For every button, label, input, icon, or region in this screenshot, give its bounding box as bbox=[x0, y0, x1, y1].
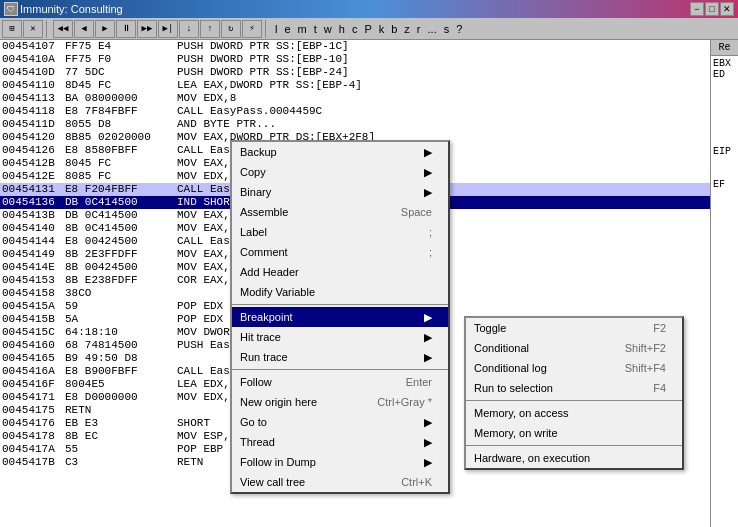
toolbar-letter-l[interactable]: l bbox=[272, 20, 280, 38]
bp-item-shortcut: F4 bbox=[653, 382, 666, 394]
toolbar-letter-z[interactable]: z bbox=[401, 20, 413, 38]
bp-separator bbox=[466, 400, 682, 401]
disasm-row[interactable]: 00454113BA 08000000MOV EDX,8 bbox=[0, 92, 710, 105]
ctx-item-binary[interactable]: Binary▶ bbox=[232, 182, 448, 202]
ctx-item-shortcut: Ctrl+K bbox=[401, 476, 432, 488]
disasm-hex: 8004E5 bbox=[65, 378, 175, 391]
ctx-item-copy[interactable]: Copy▶ bbox=[232, 162, 448, 182]
disasm-address: 00454175 bbox=[0, 404, 65, 417]
ctx-item-breakpoint[interactable]: Breakpoint▶ bbox=[232, 307, 448, 327]
toolbar-btn-8[interactable]: ⚡ bbox=[242, 20, 262, 38]
ctx-item-label: Run trace bbox=[240, 351, 288, 363]
disasm-row[interactable]: 00454107FF75 E4PUSH DWORD PTR SS:[EBP-1C… bbox=[0, 40, 710, 53]
disasm-row[interactable]: 004541108D45 FCLEA EAX,DWORD PTR SS:[EBP… bbox=[0, 79, 710, 92]
toolbar-btn-5[interactable]: ↓ bbox=[179, 20, 199, 38]
bp-separator bbox=[466, 445, 682, 446]
bp-item-bp-toggle[interactable]: ToggleF2 bbox=[466, 318, 682, 338]
toolbar-btn-6[interactable]: ↑ bbox=[200, 20, 220, 38]
disasm-hex: FF75 E4 bbox=[65, 40, 175, 53]
toolbar-letter-h[interactable]: h bbox=[336, 20, 348, 38]
ctx-item-label: Modify Variable bbox=[240, 286, 315, 298]
toolbar: ⊞ ✕ ◀◀ ◀ ▶ ⏸ ▶▶ ▶| ↓ ↑ ↻ ⚡ l e m t w h c… bbox=[0, 18, 738, 40]
disasm-row[interactable]: 0045410D77 5DCPUSH DWORD PTR SS:[EBP-24] bbox=[0, 66, 710, 79]
ctx-item-add-header[interactable]: Add Header bbox=[232, 262, 448, 282]
disasm-instruction: PUSH DWORD PTR SS:[EBP-10] bbox=[175, 53, 710, 66]
toolbar-btn-7[interactable]: ↻ bbox=[221, 20, 241, 38]
toolbar-btn-3[interactable]: ▶▶ bbox=[137, 20, 157, 38]
ctx-item-hit-trace[interactable]: Hit trace▶ bbox=[232, 327, 448, 347]
toolbar-letter-m[interactable]: m bbox=[295, 20, 310, 38]
ctx-item-shortcut: Ctrl+Gray * bbox=[377, 396, 432, 408]
toolbar-letter-r[interactable]: r bbox=[414, 20, 424, 38]
bp-item-label: Run to selection bbox=[474, 382, 553, 394]
ctx-item-shortcut: Enter bbox=[406, 376, 432, 388]
breakpoint-submenu[interactable]: ToggleF2ConditionalShift+F2Conditional l… bbox=[464, 316, 684, 470]
toolbar-btn-back2[interactable]: ◀ bbox=[74, 20, 94, 38]
disasm-row[interactable]: 0045410AFF75 F0PUSH DWORD PTR SS:[EBP-10… bbox=[0, 53, 710, 66]
ctx-item-label: Thread bbox=[240, 436, 275, 448]
disasm-row[interactable]: 00454118E8 7F84FBFFCALL EasyPass.0004459… bbox=[0, 105, 710, 118]
bp-item-label: Memory, on write bbox=[474, 427, 558, 439]
ctx-item-comment[interactable]: Comment; bbox=[232, 242, 448, 262]
disasm-instruction: AND BYTE PTR... bbox=[175, 118, 710, 131]
toolbar-letter-s[interactable]: s bbox=[441, 20, 453, 38]
bp-item-bp-hw-exec[interactable]: Hardware, on execution bbox=[466, 448, 682, 468]
right-panel-label: Re bbox=[711, 40, 738, 56]
disasm-hex: 55 bbox=[65, 443, 175, 456]
disasm-address: 0045411D bbox=[0, 118, 65, 131]
disasm-address: 0045412E bbox=[0, 170, 65, 183]
toolbar-letter-e[interactable]: e bbox=[281, 20, 293, 38]
disasm-address: 0045412B bbox=[0, 157, 65, 170]
ctx-item-follow[interactable]: FollowEnter bbox=[232, 372, 448, 392]
toolbar-letter-t[interactable]: t bbox=[311, 20, 320, 38]
ctx-item-shortcut: ; bbox=[429, 246, 432, 258]
disasm-hex: 5A bbox=[65, 313, 175, 326]
bp-item-bp-mem-write[interactable]: Memory, on write bbox=[466, 423, 682, 443]
close-button[interactable]: ✕ bbox=[720, 2, 734, 16]
disasm-address: 00454120 bbox=[0, 131, 65, 144]
ctx-item-modify-variable[interactable]: Modify Variable bbox=[232, 282, 448, 302]
disasm-address: 00454158 bbox=[0, 287, 65, 300]
toolbar-letter-b[interactable]: b bbox=[388, 20, 400, 38]
ctx-item-assemble[interactable]: AssembleSpace bbox=[232, 202, 448, 222]
ctx-item-shortcut: Space bbox=[401, 206, 432, 218]
bp-item-bp-run-to[interactable]: Run to selectionF4 bbox=[466, 378, 682, 398]
disasm-hex: E8 7F84FBFF bbox=[65, 105, 175, 118]
toolbar-btn-back[interactable]: ◀◀ bbox=[53, 20, 73, 38]
ctx-item-follow-dump[interactable]: Follow in Dump▶ bbox=[232, 452, 448, 472]
ctx-item-label[interactable]: Label; bbox=[232, 222, 448, 242]
toolbar-letter-dots[interactable]: ... bbox=[425, 20, 440, 38]
minimize-button[interactable]: − bbox=[690, 2, 704, 16]
context-menu[interactable]: Backup▶Copy▶Binary▶AssembleSpaceLabel;Co… bbox=[230, 140, 450, 494]
disasm-hex: B9 49:50 D8 bbox=[65, 352, 175, 365]
bp-item-bp-conditional-log[interactable]: Conditional logShift+F4 bbox=[466, 358, 682, 378]
toolbar-letter-w[interactable]: w bbox=[321, 20, 335, 38]
toolbar-letter-k[interactable]: k bbox=[376, 20, 388, 38]
ctx-item-view-call-tree[interactable]: View call treeCtrl+K bbox=[232, 472, 448, 492]
ctx-item-run-trace[interactable]: Run trace▶ bbox=[232, 347, 448, 367]
title-text: Immunity: Consulting bbox=[20, 3, 123, 15]
maximize-button[interactable]: □ bbox=[705, 2, 719, 16]
toolbar-btn-pause[interactable]: ⏸ bbox=[116, 20, 136, 38]
toolbar-letter-help[interactable]: ? bbox=[453, 20, 465, 38]
ctx-item-backup[interactable]: Backup▶ bbox=[232, 142, 448, 162]
ctx-item-new-origin[interactable]: New origin hereCtrl+Gray * bbox=[232, 392, 448, 412]
bp-item-bp-mem-access[interactable]: Memory, on access bbox=[466, 403, 682, 423]
disasm-hex: E8 D0000000 bbox=[65, 391, 175, 404]
disasm-row[interactable]: 0045411D8055 D8AND BYTE PTR... bbox=[0, 118, 710, 131]
toolbar-btn-play[interactable]: ▶ bbox=[95, 20, 115, 38]
toolbar-btn-2[interactable]: ✕ bbox=[23, 20, 43, 38]
ctx-item-goto[interactable]: Go to▶ bbox=[232, 412, 448, 432]
disasm-address: 00454165 bbox=[0, 352, 65, 365]
bp-item-bp-conditional[interactable]: ConditionalShift+F2 bbox=[466, 338, 682, 358]
title-bar-buttons: − □ ✕ bbox=[690, 2, 734, 16]
toolbar-letter-c[interactable]: c bbox=[349, 20, 361, 38]
disasm-hex: 8B EC bbox=[65, 430, 175, 443]
ctx-item-label: Label bbox=[240, 226, 267, 238]
ctx-item-thread[interactable]: Thread▶ bbox=[232, 432, 448, 452]
bp-item-label: Hardware, on execution bbox=[474, 452, 590, 464]
toolbar-letter-P[interactable]: P bbox=[361, 20, 374, 38]
toolbar-btn-1[interactable]: ⊞ bbox=[2, 20, 22, 38]
disasm-address: 00454171 bbox=[0, 391, 65, 404]
toolbar-btn-4[interactable]: ▶| bbox=[158, 20, 178, 38]
